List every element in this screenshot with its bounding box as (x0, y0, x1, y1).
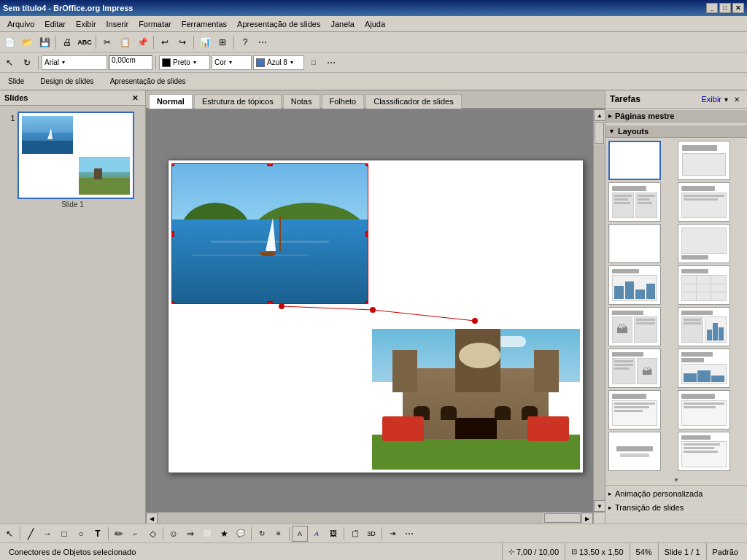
font-dropdown[interactable]: Arial ▾ (42, 55, 107, 70)
tab-normal[interactable]: Normal (149, 94, 193, 109)
menu-janela[interactable]: Janela (326, 18, 358, 30)
star-tool[interactable]: ★ (216, 526, 232, 542)
scroll-down-button[interactable]: ▼ (594, 500, 605, 512)
text-tool[interactable]: T (90, 526, 106, 542)
master-pages-header[interactable]: ▸ Páginas mestre (605, 110, 747, 122)
menu-arquivo[interactable]: Arquivo (3, 18, 39, 30)
position-input[interactable]: 0,00cm (109, 55, 152, 70)
align-tool[interactable]: ≡ (271, 526, 287, 542)
save-button[interactable]: 💾 (36, 34, 53, 50)
scroll-thumb-h[interactable] (544, 513, 581, 523)
scroll-track-h[interactable] (158, 513, 543, 524)
open-button[interactable]: 📂 (19, 34, 35, 50)
insert-pic-tool[interactable]: 🖼 (325, 526, 341, 542)
cut-button[interactable]: ✂ (99, 34, 115, 50)
slides-list[interactable]: 1 (0, 106, 145, 524)
scroll-up-button[interactable]: ▲ (594, 109, 605, 121)
connector-tool[interactable]: ⌐ (128, 526, 144, 542)
menu-ajuda[interactable]: Ajuda (360, 18, 390, 30)
spellcheck-button[interactable]: ABC (77, 34, 93, 50)
line-tool[interactable]: ╱ (23, 526, 39, 542)
tasks-animation-item[interactable]: ▸ Animação personalizada (605, 487, 747, 501)
tasks-transition-item[interactable]: ▸ Transição de slides (605, 501, 747, 515)
flowchart-tool[interactable]: ⬜ (199, 526, 215, 542)
menu-apresentacao[interactable]: Apresentação de slides (233, 18, 325, 30)
shadow-tool2[interactable]: □̈ (347, 526, 363, 542)
rotate-tool2[interactable]: ↻ (254, 526, 270, 542)
layout-item-1[interactable] (608, 141, 661, 180)
redo-button[interactable]: ↪ (174, 34, 190, 50)
layout-item-12[interactable] (678, 349, 730, 388)
more-bt-tool[interactable]: ⋯ (401, 526, 417, 542)
shadow-button[interactable]: □ (306, 55, 322, 71)
fill-dropdown[interactable]: Cor ▾ (212, 55, 252, 70)
slide-canvas[interactable] (168, 160, 584, 473)
undo-button[interactable]: ↩ (157, 34, 173, 50)
scroll-right-button[interactable]: ▶ (581, 513, 593, 524)
layout-item-2[interactable] (678, 141, 730, 180)
layout-item-16[interactable] (678, 432, 730, 471)
more-button[interactable]: ⋯ (255, 34, 271, 50)
layout-item-7[interactable] (608, 265, 661, 305)
tab-classificador[interactable]: Classificador de slides (365, 94, 461, 109)
menu-ferramentas[interactable]: Ferramentas (177, 18, 231, 30)
slide-image-1[interactable] (171, 163, 368, 304)
more2-button[interactable]: ⋯ (323, 55, 339, 71)
layout-item-8[interactable] (678, 265, 730, 305)
layout-item-15[interactable] (608, 432, 661, 471)
layout-item-9[interactable]: 🏔 (608, 307, 661, 346)
layout-item-14[interactable] (678, 390, 730, 429)
layouts-header[interactable]: ▼ Layouts (605, 125, 747, 138)
copy-button[interactable]: 📋 (117, 34, 133, 50)
table-button[interactable]: ⊞ (214, 34, 231, 50)
scroll-track-v[interactable] (594, 144, 605, 500)
tab-notas[interactable]: Notas (283, 94, 320, 109)
color-dropdown[interactable]: Preto ▾ (159, 55, 210, 70)
close-button[interactable]: ✕ (732, 3, 744, 13)
select-tool[interactable]: ↖ (1, 526, 18, 542)
menu-formatar[interactable]: Formatar (134, 18, 176, 30)
tab-order-tool[interactable]: ⇥ (384, 526, 400, 542)
menu-editar[interactable]: Editar (40, 18, 70, 30)
paste-button[interactable]: 📌 (134, 34, 150, 50)
layout-item-10[interactable] (678, 307, 730, 346)
scroll-thumb-v[interactable] (595, 122, 604, 144)
menu-exibir[interactable]: Exibir (71, 18, 101, 30)
3d-tool[interactable]: 3D (363, 526, 379, 542)
color2-dropdown[interactable]: Azul 8 ▾ (253, 55, 304, 70)
arrow-tool[interactable]: → (39, 526, 55, 542)
textbox-tool[interactable]: A (292, 526, 308, 542)
slides-panel-close[interactable]: ✕ (129, 92, 141, 104)
tasks-scroll-down[interactable]: ▼ (605, 475, 747, 485)
tab-folheto[interactable]: Folheto (322, 94, 365, 109)
tasks-exibir-arrow[interactable]: ▾ (724, 96, 728, 104)
new-button[interactable]: 📄 (1, 34, 18, 50)
menu-inserir[interactable]: Inserir (102, 18, 133, 30)
maximize-button[interactable]: □ (719, 3, 731, 13)
layout-item-6[interactable] (678, 224, 730, 263)
blockarrow-tool[interactable]: ⇒ (182, 526, 198, 542)
chart-button[interactable]: 📊 (197, 34, 213, 50)
slide-image-2[interactable] (372, 329, 580, 470)
slide-thumb-1[interactable] (18, 112, 134, 199)
rotate-button[interactable]: ↻ (19, 55, 35, 71)
print-button[interactable]: 🖨 (59, 34, 75, 50)
tasks-close-button[interactable]: ✕ (731, 93, 743, 105)
slide-btn[interactable]: Slide (3, 74, 29, 90)
smiley-tool[interactable]: ☺ (166, 526, 182, 542)
help-button[interactable]: ? (237, 34, 253, 50)
layout-item-11[interactable]: 🏔 (608, 349, 661, 388)
apresentacao-btn[interactable]: Apresentação de slides (105, 74, 191, 90)
fontwork-tool[interactable]: A (309, 526, 325, 542)
tab-topicos[interactable]: Estrutura de tópicos (194, 94, 282, 109)
freehand-tool[interactable]: ✏ (111, 526, 127, 542)
callout-tool[interactable]: 💬 (233, 526, 249, 542)
layout-item-3[interactable] (608, 182, 661, 222)
editor-scrollbar-h[interactable]: ◀ ▶ (146, 512, 593, 524)
layout-item-5[interactable] (608, 224, 661, 263)
layout-item-4[interactable] (678, 182, 730, 222)
select-button[interactable]: ↖ (1, 55, 18, 71)
layout-item-13[interactable] (608, 390, 661, 429)
tasks-exibir-button[interactable]: Exibir (701, 95, 721, 104)
rect-tool[interactable]: □ (56, 526, 72, 542)
